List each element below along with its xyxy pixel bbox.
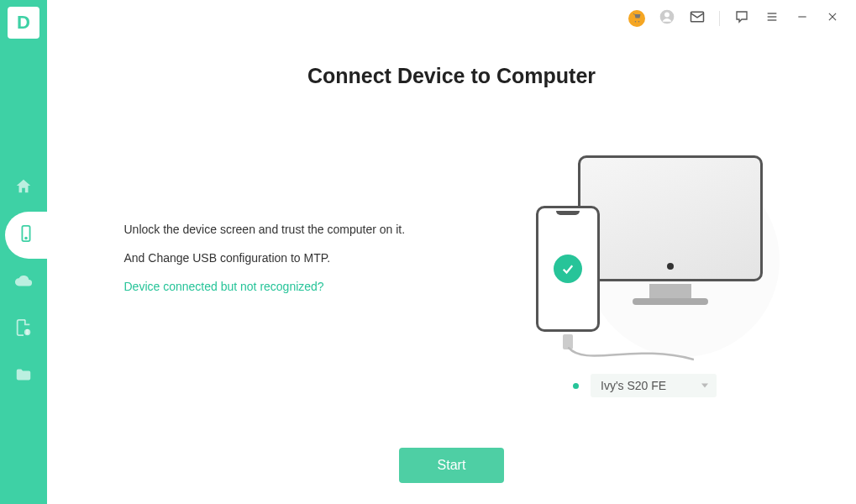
minimize-button[interactable] bbox=[794, 10, 811, 27]
device-select-label: Ivy's S20 FE bbox=[601, 379, 666, 392]
sidebar-item-file-alert[interactable]: ! bbox=[0, 306, 47, 353]
device-select[interactable]: Ivy's S20 FE bbox=[591, 374, 717, 397]
phone-icon bbox=[17, 224, 35, 246]
app-logo: D bbox=[8, 7, 39, 39]
instruction-line-1: Unlock the device screen and trust the c… bbox=[124, 223, 477, 236]
feedback-icon bbox=[734, 9, 749, 28]
help-link[interactable]: Device connected but not recognized? bbox=[124, 280, 477, 293]
content-area: Connect Device to Computer Unlock the de… bbox=[47, 37, 856, 504]
feedback-button[interactable] bbox=[733, 10, 750, 27]
titlebar-divider bbox=[719, 11, 720, 26]
cloud-icon bbox=[14, 271, 33, 293]
close-button[interactable] bbox=[824, 10, 841, 27]
account-icon bbox=[659, 8, 675, 29]
instructions-column: Unlock the device screen and trust the c… bbox=[124, 139, 477, 293]
svg-point-1 bbox=[25, 238, 27, 239]
instruction-line-2: And Change USB configuration to MTP. bbox=[124, 251, 477, 265]
device-row: Ivy's S20 FE bbox=[573, 374, 717, 397]
status-dot bbox=[573, 383, 579, 389]
home-icon bbox=[14, 177, 33, 199]
sidebar-item-device[interactable] bbox=[5, 212, 47, 259]
check-icon bbox=[554, 255, 582, 283]
menu-button[interactable] bbox=[764, 10, 780, 27]
cart-button[interactable] bbox=[628, 10, 645, 27]
folder-icon bbox=[14, 365, 33, 387]
phone-graphic bbox=[536, 206, 600, 332]
close-icon bbox=[827, 11, 838, 26]
cart-icon bbox=[632, 11, 642, 26]
device-illustration bbox=[519, 139, 771, 357]
illustration-column: Ivy's S20 FE bbox=[511, 139, 780, 397]
menu-icon bbox=[765, 10, 779, 27]
sidebar: D ! bbox=[0, 0, 47, 504]
sidebar-item-cloud[interactable] bbox=[0, 259, 47, 306]
file-alert-icon: ! bbox=[14, 318, 33, 340]
cable-graphic bbox=[568, 347, 694, 372]
titlebar bbox=[47, 0, 856, 37]
account-button[interactable] bbox=[659, 10, 675, 27]
page-title: Connect Device to Computer bbox=[307, 64, 596, 88]
app-logo-letter: D bbox=[17, 12, 30, 34]
sidebar-item-home[interactable] bbox=[0, 165, 47, 212]
sidebar-item-folder[interactable] bbox=[0, 353, 47, 400]
mail-button[interactable] bbox=[689, 10, 706, 27]
minimize-icon bbox=[796, 11, 808, 26]
svg-point-5 bbox=[664, 13, 670, 18]
mail-icon bbox=[689, 8, 706, 29]
start-button[interactable]: Start bbox=[399, 448, 505, 483]
